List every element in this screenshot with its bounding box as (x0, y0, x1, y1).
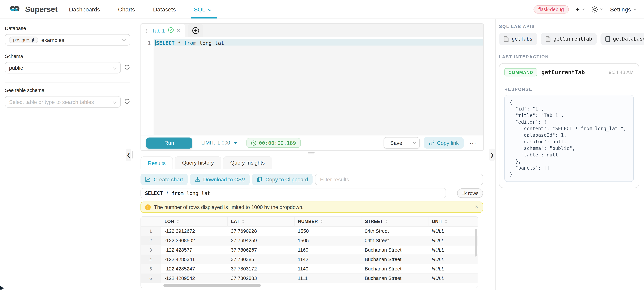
drag-handle-icon[interactable]: ⋮ (144, 28, 149, 33)
nav-item-sql[interactable]: SQL (194, 0, 212, 18)
table-cell: 37.7806267 (227, 245, 294, 255)
response-json: { "id": "1", "title": "Tab 1", "editor":… (510, 99, 628, 178)
table-cell: 37.7690928 (227, 226, 294, 236)
sort-icons[interactable] (385, 220, 388, 223)
tab-query-history[interactable]: Query history (175, 156, 221, 169)
mouse-cursor (0, 285, 6, 290)
table-cell: 1111 (294, 273, 361, 283)
save-button[interactable]: Save (384, 138, 408, 148)
schema-label: Schema (5, 53, 130, 59)
panel-resize-grip[interactable] (132, 151, 133, 158)
horizontal-scrollbar[interactable] (160, 284, 478, 287)
limit-value: 1 000 (217, 140, 230, 146)
get-databases-button[interactable]: getDatabases (600, 33, 644, 45)
run-button[interactable]: Run (146, 137, 192, 148)
add-tab-button[interactable] (188, 24, 204, 37)
more-options-button[interactable]: ··· (468, 140, 478, 146)
filter-results-input[interactable] (315, 174, 483, 185)
last-interaction-card: COMMAND getCurrentTab 9:34:48 AM RESPONS… (499, 63, 639, 188)
column-header-street[interactable]: STREET (361, 217, 428, 226)
row-number-cell: 2 (141, 236, 160, 245)
nav-item-dashboards[interactable]: Dashboards (69, 0, 100, 18)
sql-code-editor[interactable]: 1 SELECT * from long_lat (141, 39, 484, 135)
line-number: 1 (148, 40, 151, 46)
close-warning-icon[interactable]: ✕ (475, 204, 478, 210)
collapse-sidebar-button[interactable]: ❮ (126, 149, 132, 161)
table-cell: -122.428577 (160, 245, 227, 255)
schema-select[interactable]: public (5, 62, 121, 73)
last-interaction-title: LAST INTERACTION (499, 54, 639, 59)
table-row: 2 -122.3908502 37.7694259 1505 04th Stre… (141, 236, 478, 245)
copy-icon (257, 177, 262, 182)
row-number-cell: 6 (141, 273, 160, 283)
nav-item-datasets[interactable]: Datasets (153, 0, 176, 18)
column-header-number[interactable]: NUMBER (294, 217, 361, 226)
close-tab-icon[interactable]: ✕ (176, 28, 180, 33)
sort-icons[interactable] (176, 220, 179, 223)
query-preview[interactable]: SELECT * from long_lat (140, 188, 446, 198)
table-row: 6 -122.4289542 37.7802883 1111 Buchanan … (141, 273, 478, 283)
download-icon (194, 177, 200, 182)
table-cell: NULL (428, 255, 478, 264)
tab-query-insights[interactable]: Query Insights (223, 156, 272, 169)
table-cell: 37.7802883 (227, 273, 294, 283)
limit-label: LIMIT: (201, 140, 215, 146)
refresh-icon[interactable] (124, 64, 130, 72)
settings-menu[interactable]: Settings (610, 6, 636, 12)
superset-brand[interactable]: Superset (8, 4, 58, 14)
api-buttons: getTabs getCurrentTab (499, 33, 639, 45)
sql-statement: SELECT * from long_lat (156, 40, 224, 46)
theme-toggle-button[interactable] (592, 6, 604, 12)
chevron-down-icon (634, 8, 637, 10)
nav-item-charts[interactable]: Charts (118, 0, 135, 18)
response-label: RESPONSE (504, 87, 634, 91)
sql-lab-page: Superset Dashboards Charts Datasets SQL … (0, 0, 644, 290)
get-current-tab-button[interactable]: getCurrentTab (541, 33, 596, 45)
row-number-cell: 1 (141, 226, 160, 236)
get-tabs-button[interactable]: getTabs (499, 33, 537, 45)
save-dropdown-caret[interactable] (408, 138, 419, 148)
plus-circle-icon (192, 27, 199, 34)
table-select[interactable]: Select table or type to search tables (5, 96, 121, 107)
table-cell: -122.4285341 (160, 255, 227, 264)
column-header-lat[interactable]: LAT (227, 217, 294, 226)
copy-link-button[interactable]: Copy link (424, 137, 464, 149)
warning-text: The number of rows displayed is limited … (154, 204, 304, 210)
resize-handle[interactable] (308, 152, 314, 155)
create-chart-button[interactable]: Create chart (140, 174, 188, 185)
query-timer: 00:00:00.189 (246, 138, 300, 148)
sort-icons[interactable] (320, 220, 323, 223)
vertical-scrollbar[interactable] (475, 229, 477, 257)
table-cell: -122.3912672 (160, 226, 227, 236)
refresh-icon[interactable] (124, 98, 130, 106)
editor-tab-title[interactable]: Tab 1 (152, 27, 165, 34)
copy-clipboard-button[interactable]: Copy to Clipboard (252, 174, 312, 185)
table-cell: 1550 (294, 226, 361, 236)
command-timestamp: 9:34:48 AM (609, 69, 634, 75)
database-type-tag: postgresql (9, 36, 38, 43)
command-row: COMMAND getCurrentTab 9:34:48 AM (504, 68, 634, 81)
command-badge: COMMAND (504, 68, 537, 76)
sort-icons[interactable] (445, 220, 447, 223)
table-cell: 04th Street (361, 226, 428, 236)
database-select[interactable]: postgresql examples (5, 34, 130, 45)
table-row: 4 -122.4285341 37.780385 1142 Buchanan S… (141, 255, 478, 264)
editor-toolbar: Run LIMIT: 1 000 00:00:00.189 Save (141, 135, 484, 150)
table-cell: NULL (428, 226, 478, 236)
row-number-cell: 5 (141, 264, 160, 273)
editor-tab[interactable]: ⋮ Tab 1 ✕ (141, 24, 185, 37)
sort-icons[interactable] (242, 220, 244, 223)
page-icon (504, 36, 509, 42)
download-csv-button[interactable]: Download to CSV (190, 174, 250, 185)
column-header-lon[interactable]: LON (160, 217, 227, 226)
page-icon (545, 36, 551, 42)
row-number-cell: 4 (141, 255, 160, 264)
new-item-button[interactable]: + (576, 5, 585, 13)
table-cell: Buchanan Street (361, 255, 428, 264)
collapse-api-panel-button[interactable]: ❯ (489, 149, 495, 161)
limit-dropdown[interactable]: LIMIT: 1 000 (201, 140, 238, 146)
plus-icon: + (576, 5, 580, 13)
chevron-down-icon (600, 8, 604, 10)
tab-results[interactable]: Results (140, 156, 173, 169)
column-header-unit[interactable]: UNIT (428, 217, 478, 226)
